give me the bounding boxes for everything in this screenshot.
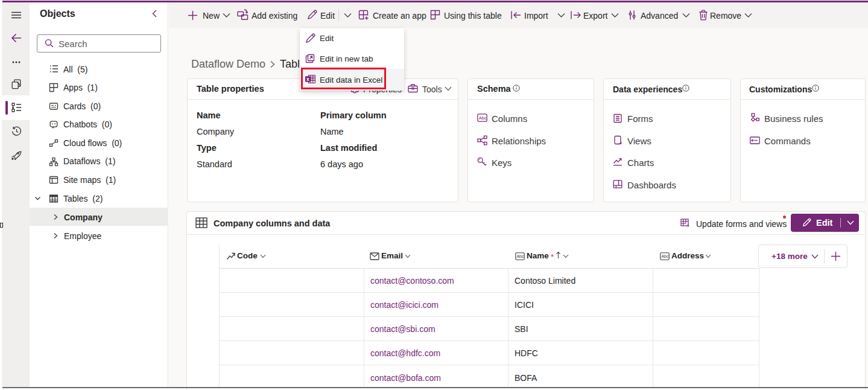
svg-text:Abc: Abc — [661, 254, 669, 258]
svg-text:Abc: Abc — [516, 254, 524, 258]
svg-text:Abc: Abc — [479, 115, 487, 121]
